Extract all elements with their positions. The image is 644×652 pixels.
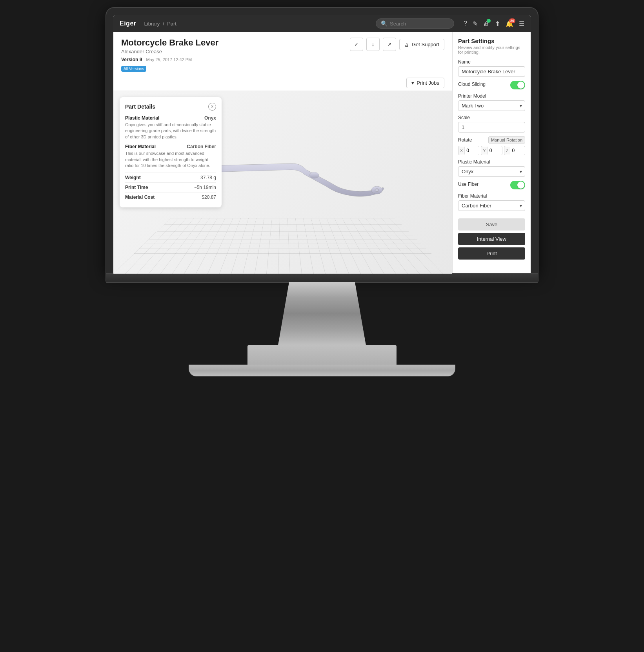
help-icon: ?	[464, 20, 467, 27]
all-versions-badge[interactable]: All Versions	[121, 66, 146, 72]
breadcrumb: Library / Part	[144, 21, 176, 27]
cloud-slicing-label: Cloud Slicing	[458, 82, 486, 87]
pd-weight-value: 37.78 g	[200, 175, 216, 180]
export-icon-btn[interactable]: ↗	[383, 38, 396, 51]
pd-weight-label: Weight	[125, 175, 141, 180]
support-icon: 🖨	[404, 42, 409, 47]
save-button[interactable]: Save	[458, 218, 525, 231]
breadcrumb-current: Part	[167, 21, 176, 27]
monitor-neck	[267, 282, 377, 345]
print-button[interactable]: Print	[458, 247, 525, 260]
plastic-material-select[interactable]: Onyx Nylon White	[458, 166, 525, 177]
breadcrumb-library: Library	[144, 21, 160, 27]
get-support-btn[interactable]: 🖨 Get Support	[399, 39, 444, 50]
use-fiber-row: Use Fiber	[458, 181, 525, 189]
rotate-z-input[interactable]	[510, 146, 525, 155]
clipboard-icon-btn[interactable]: ✎	[473, 20, 478, 27]
cloud-slicing-toggle[interactable]	[510, 81, 525, 89]
divider	[458, 215, 525, 215]
rotate-y-input[interactable]	[488, 146, 502, 155]
menu-btn[interactable]: ☰	[519, 20, 524, 27]
app-brand: Eiger	[120, 20, 136, 27]
pd-weight-row: Weight 37.78 g	[125, 173, 216, 182]
print-jobs-btn[interactable]: ▾ Print Jobs	[406, 78, 444, 88]
svg-point-5	[376, 189, 378, 191]
monitor-base-top	[247, 345, 397, 365]
rotate-z-label: Z	[504, 147, 511, 154]
rotate-y-group: Y	[481, 146, 502, 155]
rotate-inputs: X Y Z	[458, 146, 525, 155]
pd-close-btn[interactable]: ×	[208, 103, 216, 111]
plastic-material-select-wrapper: Onyx Nylon White ▾	[458, 166, 525, 177]
notifications-badge: 20	[509, 18, 515, 23]
pd-fiber-desc: This is our showcase and most advanced m…	[125, 151, 216, 169]
settings-title: Part Settings	[458, 38, 525, 44]
fiber-material-row: Fiber Material Carbon Fiber Fiberglass H…	[458, 193, 525, 211]
breadcrumb-sep: /	[163, 21, 164, 27]
print-jobs-label: Print Jobs	[417, 80, 439, 86]
viewer-3d: Part Details × Plastic Material Onyx	[113, 91, 452, 274]
pd-fiber-section: Fiber Material Carbon Fiber This is our …	[125, 144, 216, 169]
print-jobs-row: ▾ Print Jobs	[113, 75, 452, 91]
main-content: Motorcycle Brake Lever Alexander Crease …	[113, 32, 531, 274]
use-fiber-toggle[interactable]	[510, 181, 525, 189]
search-icon: 🔍	[381, 20, 387, 27]
app: Eiger Library / Part 🔍 ?	[113, 15, 531, 274]
pd-print-time-label: Print Time	[125, 185, 148, 190]
hamburger-icon: ☰	[519, 20, 524, 27]
part-date: May 25, 2017 12:42 PM	[146, 57, 192, 62]
pd-plastic-value: Onyx	[204, 115, 216, 121]
version-icon: ✓	[354, 41, 359, 47]
fiber-material-label: Fiber Material	[458, 193, 525, 199]
pd-title: Part Details	[125, 104, 155, 110]
name-input[interactable]	[458, 66, 525, 77]
scale-label: Scale	[458, 115, 525, 120]
download-icon: ↓	[371, 41, 374, 47]
plastic-material-row: Plastic Material Onyx Nylon White ▾	[458, 159, 525, 177]
pd-material-cost-value: $20.87	[202, 194, 216, 200]
version-icon-btn[interactable]: ✓	[350, 38, 363, 51]
download-icon-btn[interactable]: ↓	[366, 38, 380, 51]
fiber-material-select[interactable]: Carbon Fiber Fiberglass HSHT Fiberglass …	[458, 200, 525, 211]
search-input[interactable]	[390, 21, 449, 27]
pd-plastic-section: Plastic Material Onyx Onyx gives you sti…	[125, 115, 216, 140]
rotate-x-input[interactable]	[465, 146, 479, 155]
cloud-slicing-row: Cloud Slicing	[458, 81, 525, 89]
rotate-x-label: X	[458, 147, 465, 154]
printer-model-select[interactable]: Mark Two Mark X Mark One	[458, 100, 525, 111]
get-support-label: Get Support	[412, 42, 439, 47]
search-bar[interactable]: 🔍	[376, 18, 454, 29]
pd-material-cost-label: Material Cost	[125, 194, 155, 200]
part-details-panel: Part Details × Plastic Material Onyx	[120, 97, 222, 207]
rotate-label: Rotate	[458, 137, 472, 143]
rotate-header: Rotate Manual Rotation	[458, 136, 525, 143]
upload-icon-btn[interactable]: ⬆	[495, 20, 500, 27]
scale-input[interactable]	[458, 122, 525, 133]
fiber-material-select-wrapper: Carbon Fiber Fiberglass HSHT Fiberglass …	[458, 200, 525, 211]
notifications-btn[interactable]: 🔔 20	[506, 20, 513, 27]
monitor-wrapper: Eiger Library / Part 🔍 ?	[0, 0, 644, 376]
scale-row: Scale	[458, 115, 525, 133]
settings-subtitle: Review and modify your settings for prin…	[458, 45, 525, 54]
svg-point-6	[309, 172, 319, 178]
printer-status-btn[interactable]: 🖨	[483, 20, 489, 27]
rotate-x-group: X	[458, 146, 479, 155]
plastic-material-label: Plastic Material	[458, 159, 525, 165]
part-header-actions: ✓ ↓ ↗ 🖨 Get Support	[350, 38, 444, 51]
internal-view-button[interactable]: Internal View	[458, 233, 525, 245]
part-version-row: Version 9 May 25, 2017 12:42 PM	[121, 57, 444, 62]
close-icon: ×	[211, 104, 213, 109]
screen: Eiger Library / Part 🔍 ?	[113, 15, 531, 274]
pd-header: Part Details ×	[125, 103, 216, 111]
help-icon-btn[interactable]: ?	[464, 20, 467, 27]
manual-rotation-btn[interactable]: Manual Rotation	[488, 136, 525, 143]
part-version: Version 9	[121, 57, 142, 62]
clipboard-icon: ✎	[473, 20, 478, 27]
setting-name-row: Name	[458, 59, 525, 77]
printer-model-select-wrapper: Mark Two Mark X Mark One ▾	[458, 100, 525, 111]
monitor-base	[189, 365, 455, 376]
export-icon: ↗	[387, 41, 392, 47]
navbar: Eiger Library / Part 🔍 ?	[113, 15, 531, 32]
chevron-down-icon: ▾	[411, 80, 414, 86]
pd-fiber-value: Carbon Fiber	[187, 144, 216, 149]
